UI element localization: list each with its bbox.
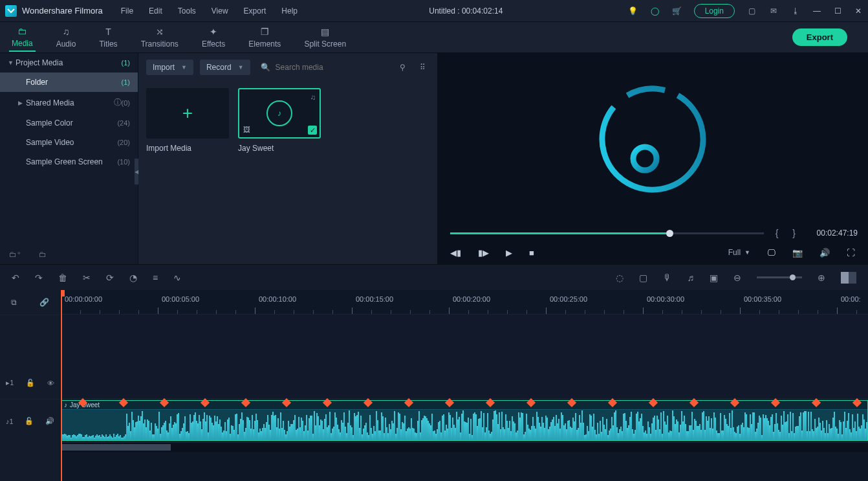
split-button[interactable]: ✂ [83, 273, 91, 283]
mark-out-icon[interactable]: } [790, 228, 798, 238]
zoom-in-button[interactable]: ⊕ [818, 273, 825, 283]
preview-viewport[interactable] [437, 53, 868, 225]
mute-icon[interactable]: 🔊 [45, 417, 54, 425]
media-clip-card[interactable]: ♫ ♪ 🖼 ✓ Jay Sweet [238, 88, 321, 153]
menu-tools[interactable]: Tools [171, 4, 202, 18]
tab-splitscreen[interactable]: ▤Split Screen [301, 24, 349, 51]
search-box[interactable]: 🔍 [257, 60, 389, 74]
zoom-slider[interactable] [757, 276, 802, 278]
lock-icon[interactable]: 🔓 [26, 379, 35, 387]
music-note-icon: ♪ [266, 100, 292, 126]
voiceover-button[interactable]: 🎙 [663, 273, 672, 283]
save-icon[interactable]: ▢ [746, 6, 757, 16]
menu-help[interactable]: Help [275, 4, 304, 18]
folder-icon[interactable]: 🗀 [39, 250, 47, 259]
tree-sample-video[interactable]: Sample Video (20) [0, 133, 138, 152]
redo-button[interactable]: ↷ [35, 273, 43, 283]
minimize-button[interactable]: — [812, 6, 821, 16]
visibility-icon[interactable]: 👁 [47, 379, 54, 387]
quality-label: Full [728, 248, 741, 257]
overlap-icon[interactable]: ⧉ [11, 298, 17, 307]
text-icon: T [105, 27, 111, 37]
app-logo-icon [5, 5, 17, 17]
search-input[interactable] [276, 63, 385, 72]
zoom-thumb[interactable] [790, 274, 796, 280]
snapshot-icon[interactable]: 📷 [792, 248, 803, 258]
display-icon[interactable]: 🖵 [767, 248, 776, 258]
media-clip-thumb[interactable]: ♫ ♪ 🖼 ✓ [238, 88, 321, 139]
timeline-tracks[interactable]: 00:00:00:0000:00:05:0000:00:10:0000:00:1… [61, 290, 868, 481]
audio-adjust-button[interactable]: ∿ [173, 273, 181, 283]
timeline-scroll-thumb[interactable] [61, 444, 171, 451]
render-button[interactable]: ◌ [616, 273, 624, 283]
tree-sample-color[interactable]: Sample Color (24) [0, 113, 138, 133]
keyframe-button[interactable]: ▣ [710, 273, 718, 283]
link-icon[interactable]: 🔗 [39, 298, 49, 307]
delete-button[interactable]: 🗑 [58, 273, 67, 283]
time-ruler[interactable]: 00:00:00:0000:00:05:0000:00:10:0000:00:1… [61, 290, 868, 315]
record-dropdown[interactable]: Record▼ [200, 60, 250, 75]
tab-titles[interactable]: TTitles [96, 24, 120, 51]
export-button[interactable]: Export [792, 28, 847, 46]
playback-quality-dropdown[interactable]: Full▼ [728, 248, 750, 257]
video-track-lane[interactable] [61, 315, 868, 399]
timeline-scrollbar[interactable] [61, 443, 868, 452]
tree-sample-green[interactable]: Sample Green Screen (10) [0, 152, 138, 172]
mark-in-icon[interactable]: { [773, 228, 781, 238]
import-media-card[interactable]: + Import Media [146, 88, 229, 153]
marker-button[interactable]: ▢ [639, 273, 647, 283]
tab-effects[interactable]: ✦Effects [199, 24, 228, 51]
speed-button[interactable]: ⟳ [106, 273, 114, 283]
lock-icon[interactable]: 🔓 [25, 417, 34, 425]
audio-clip[interactable]: ♪ Jay Sweet [61, 400, 868, 441]
video-track-icon: ▸1 [6, 379, 14, 387]
titlebar-right: 💡 ◯ 🛒 Login ▢ ✉ ⭳ — ☐ ✕ [628, 4, 863, 18]
next-frame-button[interactable]: ▮▶ [478, 248, 489, 258]
filter-icon[interactable]: ⚲ [396, 60, 409, 74]
zoom-out-button[interactable]: ⊖ [733, 273, 741, 283]
prev-frame-button[interactable]: ◀▮ [450, 248, 461, 258]
tab-elements[interactable]: ❐Elements [246, 24, 283, 51]
play-button[interactable]: ▶ [506, 248, 512, 258]
track-headers: ⧉ 🔗 ▸1 🔓 👁 ♪1 🔓 🔊 [0, 290, 61, 481]
grid-view-icon[interactable]: ⠿ [416, 60, 429, 74]
undo-button[interactable]: ↶ [12, 273, 19, 283]
menu-file[interactable]: File [114, 4, 140, 18]
audio-track-lane[interactable]: ♪ Jay Sweet [61, 399, 868, 443]
tree-folder[interactable]: Folder (1) [0, 73, 138, 92]
cart-icon[interactable]: 🛒 [672, 6, 682, 16]
playhead[interactable] [61, 290, 62, 481]
menu-export[interactable]: Export [237, 4, 273, 18]
new-folder-icon[interactable]: 🗀⁺ [9, 250, 21, 259]
mixer-button[interactable]: ♬ [688, 273, 695, 283]
crop-button[interactable]: ◔ [129, 273, 137, 283]
tree-project-media[interactable]: ▼ Project Media (1) [0, 53, 138, 73]
video-track-header[interactable]: ▸1 🔓 👁 [0, 315, 60, 399]
login-button[interactable]: Login [694, 4, 735, 18]
menu-edit[interactable]: Edit [142, 4, 169, 18]
menu-view[interactable]: View [205, 4, 235, 18]
tab-transitions[interactable]: ⤭Transitions [138, 24, 181, 51]
maximize-button[interactable]: ☐ [833, 6, 842, 16]
download-icon[interactable]: ⭳ [790, 6, 801, 16]
mail-icon[interactable]: ✉ [768, 6, 779, 16]
tree-shared-media[interactable]: ▶ Shared Media ⓘ (0) [0, 92, 138, 113]
audio-track-header[interactable]: ♪1 🔓 🔊 [0, 399, 60, 443]
tab-audio[interactable]: ♫Audio [54, 24, 79, 51]
progress-fill [450, 232, 666, 234]
support-icon[interactable]: ◯ [650, 6, 660, 16]
idea-icon[interactable]: 💡 [628, 6, 638, 16]
adjust-button[interactable]: ≡ [153, 273, 158, 283]
stop-button[interactable]: ■ [529, 248, 534, 258]
fullscreen-icon[interactable]: ⛶ [847, 248, 855, 258]
volume-icon[interactable]: 🔊 [819, 248, 830, 258]
import-media-thumb[interactable]: + [146, 88, 229, 139]
import-dropdown[interactable]: Import▼ [146, 60, 193, 75]
progress-slider[interactable] [450, 232, 764, 234]
close-button[interactable]: ✕ [854, 6, 863, 16]
panel-collapse-handle[interactable]: ◀ [135, 159, 138, 185]
tab-media[interactable]: 🗀Media [9, 23, 36, 52]
timeline-view-toggle[interactable] [841, 272, 856, 284]
collapse-icon: ▼ [8, 60, 16, 66]
progress-thumb[interactable] [666, 230, 673, 237]
